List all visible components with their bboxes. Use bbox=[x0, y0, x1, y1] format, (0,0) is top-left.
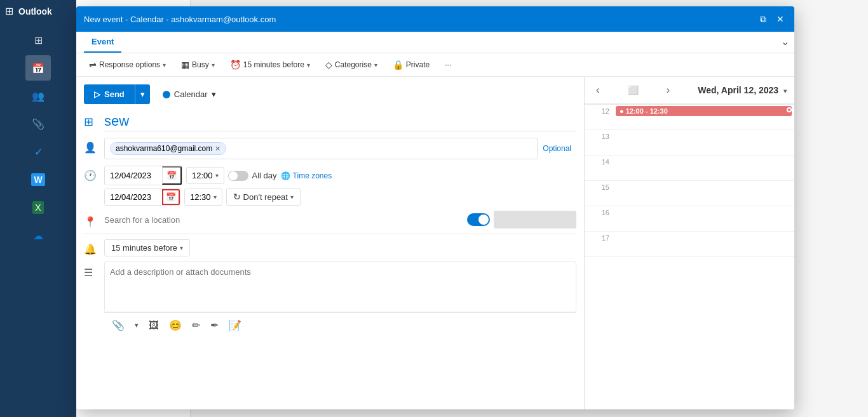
lock-icon: 🔒 bbox=[393, 60, 403, 70]
apps-icon[interactable]: ⊞ bbox=[5, 5, 13, 17]
mail-icon: ⊞ bbox=[34, 34, 43, 46]
remove-attendee-button[interactable]: ✕ bbox=[215, 145, 220, 153]
sidebar-item-word[interactable]: W bbox=[25, 167, 51, 192]
send-icon: ▷ bbox=[94, 89, 100, 99]
online-toggle[interactable] bbox=[467, 213, 490, 226]
time-row-15: 15 bbox=[585, 181, 794, 206]
word-icon: W bbox=[31, 173, 44, 186]
emoji-icon[interactable]: 😊 bbox=[166, 317, 184, 334]
modal-title: New event - Calendar - ashokvarmam@outlo… bbox=[84, 15, 276, 24]
expand-icon[interactable]: ⌄ bbox=[781, 36, 789, 48]
event-time-label: 12:00 - 12:30 bbox=[626, 107, 668, 115]
allday-switch[interactable] bbox=[228, 171, 248, 181]
private-label: Private bbox=[406, 60, 430, 69]
response-options-button[interactable]: ⇌ Response options ▾ bbox=[84, 57, 171, 72]
optional-link[interactable]: Optional bbox=[543, 144, 576, 153]
start-time-select[interactable]: 12:00 ▾ bbox=[186, 167, 224, 184]
tab-event[interactable]: Event bbox=[84, 32, 121, 53]
busy-chevron: ▾ bbox=[212, 62, 215, 69]
end-date-calendar-button[interactable]: 📅 bbox=[162, 189, 180, 205]
categorise-chevron: ▾ bbox=[374, 62, 377, 69]
reminder-icon: 🔔 bbox=[84, 243, 99, 255]
busy-icon: ▦ bbox=[181, 60, 189, 70]
end-datetime-row: 12/04/2023 📅 12:30 ▾ ↻ Don't repeat ▾ bbox=[104, 188, 576, 206]
sidebar-item-excel[interactable]: X bbox=[25, 195, 51, 220]
start-date-calendar-button[interactable]: 📅 bbox=[162, 166, 182, 185]
signature-icon[interactable]: 📝 bbox=[226, 317, 244, 334]
end-datetime-fields: 12/04/2023 📅 12:30 ▾ ↻ Don't repeat ▾ bbox=[104, 188, 301, 206]
event-start-dot: ● bbox=[620, 107, 624, 115]
pencil-icon[interactable]: ✒ bbox=[208, 317, 221, 334]
excel-icon: X bbox=[32, 201, 43, 214]
time-label-15: 15 bbox=[585, 181, 613, 194]
sidebar-item-check[interactable]: ✓ bbox=[25, 139, 51, 164]
sidebar-item-mail[interactable]: ⊞ bbox=[25, 27, 51, 53]
calendar-selector[interactable]: Calendar ▾ bbox=[158, 86, 221, 103]
time-area-12: ● 12:00 - 12:30 bbox=[613, 105, 794, 117]
end-time-value: 12:30 bbox=[190, 192, 211, 202]
calendar-time-grid: 12 ● 12:00 - 12:30 13 14 bbox=[585, 104, 794, 409]
sidebar-item-attachments[interactable]: 📎 bbox=[25, 111, 51, 136]
attachment-chevron[interactable]: ▾ bbox=[132, 319, 141, 332]
event-title-input[interactable]: sew bbox=[104, 112, 576, 131]
check-icon: ✓ bbox=[34, 146, 43, 158]
send-button[interactable]: ▷ Send bbox=[84, 84, 135, 104]
end-date-wrapper: 12/04/2023 📅 bbox=[104, 189, 180, 206]
private-button[interactable]: 🔒 Private bbox=[388, 57, 435, 72]
busy-label: Busy bbox=[192, 60, 209, 69]
reminder-toolbar-button[interactable]: ⏰ 15 minutes before ▾ bbox=[225, 57, 315, 72]
reminder-row: 🔔 15 minutes before ▾ bbox=[84, 239, 576, 256]
sidebar-item-onedrive[interactable]: ☁ bbox=[25, 223, 51, 248]
description-icon: ☰ bbox=[84, 267, 99, 279]
timezone-button[interactable]: 🌐 Time zones bbox=[281, 171, 332, 180]
restore-button[interactable]: ⧉ bbox=[757, 13, 769, 26]
attachment-icon[interactable]: 📎 bbox=[109, 317, 127, 334]
event-block: ● 12:00 - 12:30 bbox=[616, 106, 792, 116]
time-area-16 bbox=[613, 206, 794, 209]
allday-toggle[interactable]: All day bbox=[228, 171, 277, 181]
attendee-tag: ashokvarma610@gmail.com ✕ bbox=[110, 142, 226, 155]
time-label-12: 12 bbox=[585, 105, 613, 117]
reminder-toolbar-label: 15 minutes before bbox=[243, 60, 304, 69]
start-time-value: 12:00 bbox=[192, 171, 213, 180]
description-row: ☰ 📎 ▾ 🖼 😊 ✏ ✒ 📝 bbox=[84, 261, 576, 338]
datetime-icon: 🕐 bbox=[84, 169, 99, 182]
categorise-button[interactable]: ◇ Categorise ▾ bbox=[320, 57, 383, 72]
right-cal-prev-button[interactable]: ‹ bbox=[592, 83, 603, 97]
location-icon: 📍 bbox=[84, 216, 99, 228]
repeat-button[interactable]: ↻ Don't repeat ▾ bbox=[226, 188, 301, 206]
time-row-12: 12 ● 12:00 - 12:30 bbox=[585, 105, 794, 130]
timezone-label: Time zones bbox=[293, 171, 332, 180]
reminder-button[interactable]: 15 minutes before ▾ bbox=[104, 239, 190, 256]
end-time-select[interactable]: 12:30 ▾ bbox=[184, 189, 222, 206]
more-options-button[interactable]: ··· bbox=[440, 58, 456, 72]
right-cal-next-button[interactable]: › bbox=[663, 83, 674, 97]
attendee-field[interactable]: ashokvarma610@gmail.com ✕ bbox=[104, 138, 538, 159]
reminder-label: 15 minutes before bbox=[111, 243, 177, 253]
time-row-13: 13 bbox=[585, 130, 794, 156]
attendee-email: ashokvarma610@gmail.com bbox=[116, 144, 212, 153]
send-label: Send bbox=[104, 89, 125, 99]
today-icon[interactable]: ⬜ bbox=[628, 85, 639, 95]
time-area-13 bbox=[613, 130, 794, 133]
sidebar-item-people[interactable]: 👥 bbox=[25, 83, 51, 109]
description-toolbar: 📎 ▾ 🖼 😊 ✏ ✒ 📝 bbox=[104, 312, 576, 338]
right-cal-date-title[interactable]: Wed, April 12, 2023 ▾ bbox=[698, 85, 787, 95]
image-icon[interactable]: 🖼 bbox=[146, 317, 161, 334]
draw-icon[interactable]: ✏ bbox=[189, 317, 203, 334]
time-row-16: 16 bbox=[585, 206, 794, 232]
reminder-chevron: ▾ bbox=[180, 244, 183, 251]
end-date-input[interactable]: 12/04/2023 bbox=[105, 189, 162, 205]
categorise-label: Categorise bbox=[335, 60, 372, 69]
sidebar-item-calendar[interactable]: 📅 bbox=[25, 55, 51, 81]
calendar-icon: 📅 bbox=[32, 62, 44, 74]
description-textarea[interactable] bbox=[104, 261, 576, 312]
reminder-chevron: ▾ bbox=[307, 62, 310, 69]
send-dropdown-button[interactable]: ▾ bbox=[135, 84, 150, 104]
attachments-icon: 📎 bbox=[32, 118, 44, 130]
description-container: 📎 ▾ 🖼 😊 ✏ ✒ 📝 bbox=[104, 261, 576, 338]
start-date-input[interactable]: 12/04/2023 bbox=[105, 168, 162, 183]
location-input[interactable] bbox=[104, 215, 462, 225]
close-button[interactable]: ✕ bbox=[774, 13, 787, 25]
busy-button[interactable]: ▦ Busy ▾ bbox=[176, 57, 220, 72]
